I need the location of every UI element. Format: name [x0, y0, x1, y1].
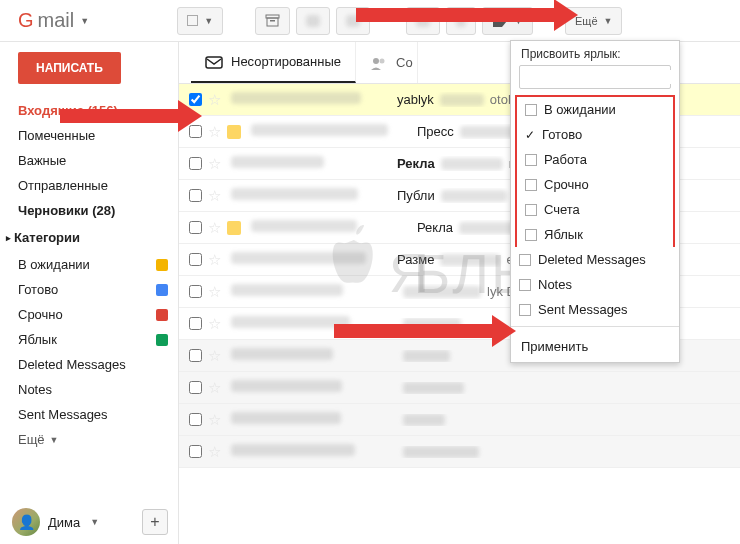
row-checkbox[interactable] [189, 381, 202, 394]
label-swatch [156, 284, 168, 296]
mail-row[interactable]: ☆ [179, 372, 740, 404]
star-icon[interactable]: ☆ [208, 251, 221, 269]
blurred-button-1[interactable] [296, 7, 330, 35]
svg-rect-4 [206, 57, 222, 68]
label-option[interactable]: Работа [517, 147, 673, 172]
labels-menu: Присвоить ярлык: В ожидании✓ГотовоРабота… [510, 40, 680, 363]
more-labels[interactable]: Ещё▼ [0, 427, 178, 452]
star-icon[interactable]: ☆ [208, 219, 221, 237]
people-icon [370, 56, 388, 70]
checkbox-icon [525, 154, 537, 166]
checkbox-icon [525, 179, 537, 191]
label-option[interactable]: Notes [511, 272, 679, 297]
star-icon[interactable]: ☆ [208, 443, 221, 461]
row-checkbox[interactable] [189, 317, 202, 330]
row-checkbox[interactable] [189, 413, 202, 426]
apple-watermark-icon [330, 225, 384, 289]
label-option[interactable]: Срочно [517, 172, 673, 197]
star-icon[interactable]: ☆ [208, 347, 221, 365]
nav-item[interactable]: Помеченные [0, 123, 178, 148]
svg-rect-2 [270, 20, 275, 22]
row-checkbox[interactable] [189, 253, 202, 266]
label-swatch [156, 334, 168, 346]
label-search-input[interactable] [524, 70, 674, 84]
label-item[interactable]: Готово [0, 277, 178, 302]
label-item[interactable]: Notes [0, 377, 178, 402]
nav-item[interactable]: Важные [0, 148, 178, 173]
user-name: Дима [48, 515, 80, 530]
label-option[interactable]: Deleted Messages [511, 247, 679, 272]
checkbox-icon [525, 104, 537, 116]
archive-button[interactable] [255, 7, 290, 35]
svg-point-5 [373, 58, 379, 64]
label-option[interactable]: Счета [517, 197, 673, 222]
checkbox-icon [525, 204, 537, 216]
add-button[interactable]: + [142, 509, 168, 535]
row-checkbox[interactable] [189, 221, 202, 234]
label-option[interactable]: Яблык [517, 222, 673, 247]
label-option[interactable]: ✓Готово [517, 122, 673, 147]
mail-row[interactable]: ☆ [179, 436, 740, 468]
row-checkbox[interactable] [189, 157, 202, 170]
label-item[interactable]: Срочно [0, 302, 178, 327]
star-icon[interactable]: ☆ [208, 123, 221, 141]
label-option[interactable]: В ожидании [517, 97, 673, 122]
checkbox-icon [525, 229, 537, 241]
label-swatch [227, 221, 241, 235]
label-swatch [156, 309, 168, 321]
tab-primary[interactable]: Несортированные [191, 42, 356, 83]
row-checkbox[interactable] [189, 349, 202, 362]
label-swatch [156, 259, 168, 271]
row-checkbox[interactable] [189, 189, 202, 202]
star-icon[interactable]: ☆ [208, 155, 221, 173]
label-search[interactable] [519, 65, 671, 89]
row-checkbox[interactable] [189, 445, 202, 458]
label-swatch [227, 125, 241, 139]
tab-social[interactable]: Со [356, 42, 418, 83]
chevron-down-icon[interactable]: ▼ [80, 16, 89, 26]
star-icon[interactable]: ☆ [208, 283, 221, 301]
star-icon[interactable]: ☆ [208, 315, 221, 333]
star-icon[interactable]: ☆ [208, 91, 221, 109]
label-option[interactable]: Sent Messages [511, 297, 679, 322]
select-all-checkbox[interactable]: ▼ [177, 7, 223, 35]
nav-item[interactable]: Отправленные [0, 173, 178, 198]
avatar[interactable]: 👤 [12, 508, 40, 536]
apply-label-button[interactable]: Применить [511, 331, 679, 362]
svg-point-6 [380, 58, 385, 63]
label-item[interactable]: Deleted Messages [0, 352, 178, 377]
compose-button[interactable]: НАПИСАТЬ [18, 52, 121, 84]
mail-row[interactable]: ☆ [179, 404, 740, 436]
user-row: 👤 Дима ▼ + [12, 508, 168, 536]
star-icon[interactable]: ☆ [208, 411, 221, 429]
checkbox-icon [519, 279, 531, 291]
check-icon: ✓ [525, 128, 535, 142]
nav-item[interactable]: Черновики (28) [0, 198, 178, 223]
label-item[interactable]: В ожидании [0, 252, 178, 277]
label-item[interactable]: Sent Messages [0, 402, 178, 427]
label-item[interactable]: Яблык [0, 327, 178, 352]
menu-title: Присвоить ярлык: [511, 45, 679, 65]
chevron-down-icon[interactable]: ▼ [90, 517, 99, 527]
star-icon[interactable]: ☆ [208, 187, 221, 205]
checkbox-icon [519, 304, 531, 316]
checkbox-icon [519, 254, 531, 266]
star-icon[interactable]: ☆ [208, 379, 221, 397]
svg-rect-1 [267, 18, 278, 26]
row-checkbox[interactable] [189, 285, 202, 298]
gmail-logo: Gmail ▼ [18, 9, 89, 32]
inbox-icon [205, 55, 223, 69]
categories-header[interactable]: ▸Категории [0, 223, 178, 252]
